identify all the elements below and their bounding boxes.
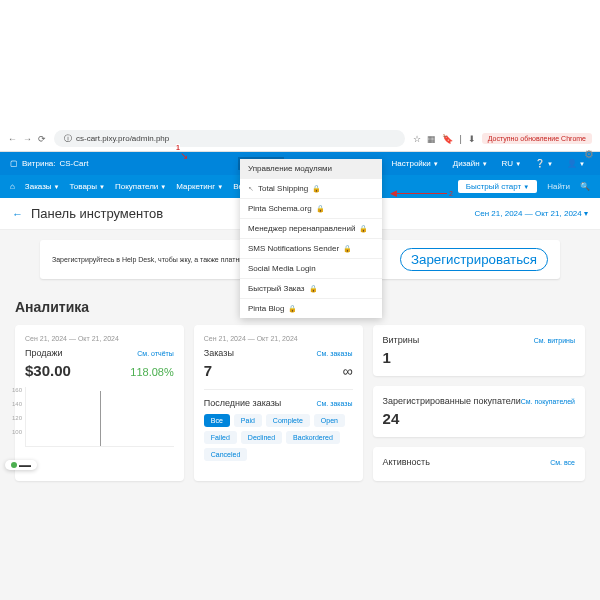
settings-gear-icon[interactable]: ⚙ [584, 148, 594, 161]
filter-complete[interactable]: Complete [266, 414, 310, 427]
storefronts-link[interactable]: См. витрины [534, 337, 575, 344]
annotation-arrow-1: ↘1 [180, 150, 188, 161]
nav-customers[interactable]: Покупатели▼ [115, 182, 166, 191]
menu-design[interactable]: Дизайн▼ [448, 157, 493, 170]
reports-link[interactable]: См. отчёты [137, 350, 173, 357]
url-input[interactable]: ⓘ cs-cart.pixy.pro/admin.php [54, 130, 405, 147]
buyers-card: Зарегистрированные покупатели См. покупа… [373, 386, 585, 437]
dropdown-item[interactable]: Быстрый Заказ🔒 [240, 278, 382, 298]
nav-home[interactable]: ⌂ [10, 182, 15, 191]
download-icon[interactable]: ⬇ [468, 134, 476, 144]
browser-address-bar: ← → ⟳ ⓘ cs-cart.pixy.pro/admin.php ☆ ▦ 🔖… [0, 126, 600, 152]
quick-start-button[interactable]: Быстрый старт▼ [458, 180, 537, 193]
nav-orders[interactable]: Заказы▼ [25, 182, 60, 191]
menu-help[interactable]: ❔▼ [530, 157, 558, 170]
sales-card: Сен 21, 2024 — Окт 21, 2024 Продажи См. … [15, 325, 184, 481]
nav-marketing[interactable]: Маркетинг▼ [176, 182, 223, 191]
filter-declined[interactable]: Declined [241, 431, 282, 444]
search-icon[interactable]: 🔍 [580, 182, 590, 191]
filter-canceled[interactable]: Canceled [204, 448, 248, 461]
chat-widget[interactable]: ▬▬ [5, 460, 37, 470]
search-input[interactable]: Найти [547, 182, 570, 191]
menu-language[interactable]: RU▼ [497, 157, 527, 170]
star-icon[interactable]: ☆ [413, 134, 421, 144]
menu-settings[interactable]: Настройки▼ [387, 157, 444, 170]
sales-value: $30.00 [25, 362, 71, 379]
orders-infinity: ∞ [343, 363, 353, 379]
chrome-update-badge[interactable]: Доступно обновление Chrome [482, 133, 592, 144]
back-button[interactable]: ← [12, 208, 23, 220]
filter-all[interactable]: Все [204, 414, 230, 427]
dropdown-header[interactable]: Управление модулями [240, 159, 382, 178]
orders-value: 7 [204, 362, 212, 379]
dropdown-item[interactable]: ↖Total Shipping🔒 [240, 178, 382, 198]
bookmark-icon[interactable]: 🔖 [442, 134, 453, 144]
activity-card: Активность См. все [373, 447, 585, 481]
date-range-picker[interactable]: Сен 21, 2024 — Окт 21, 2024 ▾ [474, 209, 588, 218]
dropdown-item[interactable]: Менеджер перенаправлений🔒 [240, 218, 382, 238]
recent-orders-link[interactable]: См. заказы [316, 400, 352, 407]
status-dot-icon [11, 462, 17, 468]
nav-products[interactable]: Товары▼ [70, 182, 105, 191]
site-info-icon: ⓘ [64, 133, 72, 144]
storefronts-card: Витрины См. витрины 1 [373, 325, 585, 376]
back-icon[interactable]: ← [8, 134, 17, 144]
activity-link[interactable]: См. все [550, 459, 575, 466]
orders-link[interactable]: См. заказы [316, 350, 352, 357]
sales-percent: 118.08% [130, 366, 173, 378]
storefront-icon: ▢ [10, 159, 18, 168]
forward-icon[interactable]: → [23, 134, 32, 144]
buyers-link[interactable]: См. покупателей [521, 398, 575, 405]
reload-icon[interactable]: ⟳ [38, 134, 46, 144]
orders-card: Сен 21, 2024 — Окт 21, 2024 Заказы См. з… [194, 325, 363, 481]
annotation-arrow-2: ◀2 [390, 188, 453, 198]
filter-paid[interactable]: Paid [234, 414, 262, 427]
dropdown-item[interactable]: Pinta Blog🔒 [240, 298, 382, 318]
url-text: cs-cart.pixy.pro/admin.php [76, 134, 169, 143]
dropdown-item[interactable]: Social Media Login [240, 258, 382, 278]
page-title: Панель инструментов [31, 206, 163, 221]
sales-chart: 160 140 120 100 [25, 387, 174, 447]
filter-failed[interactable]: Failed [204, 431, 237, 444]
dropdown-item[interactable]: Pinta Schema.org🔒 [240, 198, 382, 218]
filter-open[interactable]: Open [314, 414, 345, 427]
modules-dropdown: Управление модулями ↖Total Shipping🔒 Pin… [240, 159, 382, 318]
dropdown-item[interactable]: SMS Notifications Sender🔒 [240, 238, 382, 258]
extension-icon[interactable]: ▦ [427, 134, 436, 144]
register-button[interactable]: Зарегистрироваться [400, 248, 548, 271]
order-status-filters: Все Paid Complete Open Failed Declined B… [204, 414, 353, 461]
filter-backordered[interactable]: Backordered [286, 431, 340, 444]
